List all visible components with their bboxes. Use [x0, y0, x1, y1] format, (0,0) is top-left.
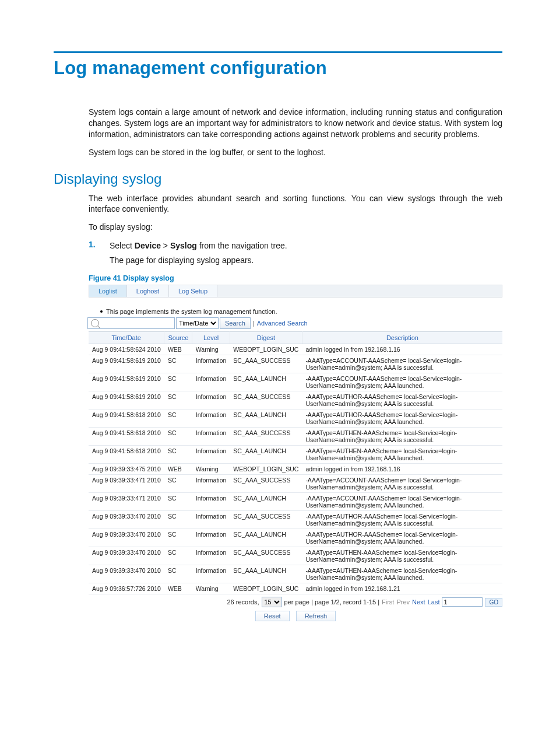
cell-digest: SC_AAA_SUCCESS [230, 428, 302, 446]
cell-time: Aug 9 09:39:33:475 2010 [89, 464, 164, 475]
cell-time: Aug 9 09:41:58:618 2010 [89, 410, 164, 428]
table-row: Aug 9 09:39:33:475 2010WEBWarningWEBOPT_… [89, 464, 502, 475]
section-heading: Displaying syslog [54, 171, 502, 187]
step-gt: > [161, 241, 170, 250]
cell-level: Information [192, 410, 230, 428]
table-row: Aug 9 09:39:33:470 2010SCInformationSC_A… [89, 547, 502, 565]
advanced-search-link[interactable]: Advanced Search [257, 320, 308, 327]
cell-description: -AAAType=AUTHOR-AAAScheme= local-Service… [302, 511, 502, 529]
cell-source: SC [164, 410, 192, 428]
cell-level: Information [192, 428, 230, 446]
figure-caption: Figure 41 Display syslog [89, 274, 502, 282]
cell-source: WEB [164, 464, 192, 475]
reset-button[interactable]: Reset [255, 611, 290, 621]
go-button[interactable]: GO [485, 598, 502, 607]
col-source[interactable]: Source [164, 332, 192, 344]
cell-level: Information [192, 355, 230, 373]
pager-summary: per page | page 1/2, record 1-15 | [284, 598, 380, 606]
cell-description: -AAAType=ACCOUNT-AAAScheme= local-Servic… [302, 355, 502, 373]
table-row: Aug 9 09:41:58:618 2010SCInformationSC_A… [89, 410, 502, 428]
cell-digest: WEBOPT_LOGIN_SUC [230, 344, 302, 355]
cell-level: Information [192, 373, 230, 391]
table-row: Aug 9 09:41:58:618 2010SCInformationSC_A… [89, 446, 502, 464]
search-input[interactable] [87, 317, 175, 329]
cell-digest: SC_AAA_LAUNCH [230, 373, 302, 391]
cell-digest: SC_AAA_LAUNCH [230, 493, 302, 511]
cell-level: Warning [192, 583, 230, 594]
step-number: 1. [89, 240, 99, 252]
cell-digest: SC_AAA_LAUNCH [230, 410, 302, 428]
cell-time: Aug 9 09:39:33:471 2010 [89, 475, 164, 493]
cell-level: Information [192, 565, 230, 583]
cell-description: -AAAType=ACCOUNT-AAAScheme= local-Servic… [302, 493, 502, 511]
search-button[interactable]: Search [220, 317, 251, 329]
pager-last[interactable]: Last [428, 598, 440, 606]
cell-level: Information [192, 511, 230, 529]
cell-description: admin logged in from 192.168.1.16 [302, 464, 502, 475]
pager: 26 records, 15 per page | page 1/2, reco… [89, 597, 502, 607]
cell-time: Aug 9 09:41:58:619 2010 [89, 355, 164, 373]
log-table: Time/Date Source Level Digest Descriptio… [89, 331, 502, 594]
cell-time: Aug 9 09:39:33:470 2010 [89, 547, 164, 565]
refresh-button[interactable]: Refresh [296, 611, 336, 621]
table-row: Aug 9 09:41:58:619 2010SCInformationSC_A… [89, 355, 502, 373]
col-time[interactable]: Time/Date [89, 332, 164, 344]
step-prefix: Select [110, 241, 135, 250]
table-row: Aug 9 09:39:33:471 2010SCInformationSC_A… [89, 493, 502, 511]
cell-description: -AAAType=AUTHEN-AAAScheme= local-Service… [302, 565, 502, 583]
cell-source: SC [164, 475, 192, 493]
cell-digest: WEBOPT_LOGIN_SUC [230, 464, 302, 475]
cell-digest: WEBOPT_LOGIN_SUC [230, 583, 302, 594]
cell-time: Aug 9 09:41:58:618 2010 [89, 446, 164, 464]
table-header-row: Time/Date Source Level Digest Descriptio… [89, 332, 502, 344]
cell-source: SC [164, 391, 192, 410]
tab-loghost[interactable]: Loghost [127, 285, 169, 297]
cell-description: admin logged in from 192.168.1.16 [302, 344, 502, 355]
search-icon [91, 319, 99, 327]
cell-digest: SC_AAA_SUCCESS [230, 391, 302, 410]
cell-source: SC [164, 511, 192, 529]
cell-digest: SC_AAA_SUCCESS [230, 355, 302, 373]
page-number-input[interactable] [442, 597, 483, 607]
col-digest[interactable]: Digest [230, 332, 302, 344]
cell-source: WEB [164, 583, 192, 594]
col-description[interactable]: Description [302, 332, 502, 344]
cell-description: -AAAType=AUTHOR-AAAScheme= local-Service… [302, 391, 502, 410]
cell-digest: SC_AAA_LAUNCH [230, 565, 302, 583]
tab-log-setup[interactable]: Log Setup [169, 285, 217, 297]
cell-source: SC [164, 565, 192, 583]
pager-next[interactable]: Next [412, 598, 425, 606]
per-page-select[interactable]: 15 [262, 597, 282, 607]
table-row: Aug 9 09:39:33:470 2010SCInformationSC_A… [89, 529, 502, 547]
search-criteria-select[interactable]: Time/Date [176, 317, 219, 329]
table-row: Aug 9 09:41:58:618 2010SCInformationSC_A… [89, 428, 502, 446]
cell-time: Aug 9 09:41:58:624 2010 [89, 344, 164, 355]
tab-bar: Loglist Loghost Log Setup [89, 285, 502, 298]
section-paragraph: To display syslog: [89, 222, 502, 233]
section-paragraph: The web interface provides abundant sear… [89, 193, 502, 215]
cell-level: Information [192, 391, 230, 410]
table-row: Aug 9 09:41:58:619 2010SCInformationSC_A… [89, 391, 502, 410]
cell-description: -AAAType=AUTHEN-AAAScheme= local-Service… [302, 428, 502, 446]
note-text: This page implements the system log mana… [106, 308, 277, 315]
table-row: Aug 9 09:39:33:470 2010SCInformationSC_A… [89, 565, 502, 583]
cell-source: SC [164, 428, 192, 446]
step-subtext: The page for displaying syslog appears. [110, 256, 502, 265]
cell-source: SC [164, 529, 192, 547]
intro-paragraph: System logs contain a large amount of ne… [89, 107, 502, 140]
cell-source: SC [164, 373, 192, 391]
page-title: Log management configuration [54, 58, 502, 79]
cell-digest: SC_AAA_SUCCESS [230, 511, 302, 529]
top-rule [54, 51, 502, 53]
embedded-ui: Loglist Loghost Log Setup This page impl… [89, 285, 502, 621]
tab-loglist[interactable]: Loglist [89, 285, 127, 297]
cell-time: Aug 9 09:39:33:470 2010 [89, 565, 164, 583]
cell-level: Information [192, 446, 230, 464]
cell-time: Aug 9 09:39:33:470 2010 [89, 529, 164, 547]
search-row: Time/Date Search | Advanced Search [89, 317, 502, 329]
document-page: Log management configuration System logs… [0, 51, 556, 756]
cell-level: Warning [192, 464, 230, 475]
intro-paragraph: System logs can be stored in the log buf… [89, 147, 502, 158]
col-level[interactable]: Level [192, 332, 230, 344]
cell-description: -AAAType=AUTHOR-AAAScheme= local-Service… [302, 410, 502, 428]
